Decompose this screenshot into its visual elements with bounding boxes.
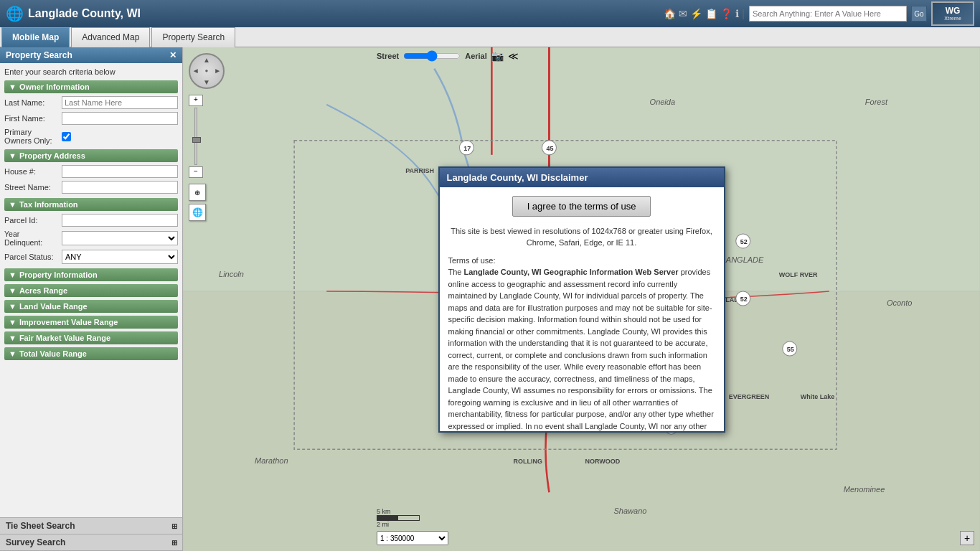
primary-owners-row: PrimaryOwners Only:	[4, 128, 178, 145]
left-panel: Property Search ✕ Enter your search crit…	[0, 47, 183, 551]
help-icon[interactable]: ❓	[720, 8, 732, 19]
owner-info-header[interactable]: ▼ Owner Information	[4, 80, 178, 93]
terms-title: Terms of use:	[448, 255, 715, 267]
parcel-status-row: Parcel Status: ANY	[4, 250, 178, 264]
land-value-header[interactable]: ▼ Land Value Range	[4, 300, 178, 313]
map-area[interactable]: Oneida Forest Lincoln LANGLADE Oconto Ma…	[183, 47, 980, 551]
panel-content: Enter your search criteria below ▼ Owner…	[0, 63, 182, 525]
header: 🌐 Langlade County, WI 🏠 ✉ ⚡ 📋 ❓ ℹ | Go W…	[0, 0, 980, 27]
tax-arrow-icon: ▼	[9, 200, 17, 209]
panel-header: Property Search ✕	[0, 47, 182, 63]
tabs-row: Mobile Map Advanced Map Property Search	[0, 27, 980, 47]
header-icons: 🏠 ✉ ⚡ 📋 ❓ ℹ |	[664, 8, 745, 19]
search-hint: Enter your search criteria below	[4, 67, 178, 76]
app-title: 🌐 Langlade County, WI	[6, 5, 141, 22]
terms-body: The Langlade County, WI Geographic Infor…	[448, 266, 715, 431]
mail-icon[interactable]: ✉	[679, 8, 687, 19]
tie-sheet-icon: ⊞	[171, 522, 177, 530]
house-number-input[interactable]	[62, 165, 178, 178]
panel-close-icon[interactable]: ✕	[169, 50, 176, 60]
modal-overlay: Langlade County, WI Disclaimer I agree t…	[183, 47, 980, 551]
year-delinquent-row: YearDelinquent:	[4, 230, 178, 247]
fair-arrow-icon: ▼	[9, 334, 17, 342]
parcel-id-row: Parcel Id:	[4, 214, 178, 227]
separator-icon: |	[742, 8, 745, 19]
property-address-header[interactable]: ▼ Property Address	[4, 149, 178, 162]
survey-icon: ⊞	[171, 539, 177, 547]
last-name-row: Last Name:	[4, 96, 178, 109]
fair-market-header[interactable]: ▼ Fair Market Value Range	[4, 331, 178, 344]
home-icon[interactable]: 🏠	[664, 8, 676, 19]
tab-advanced-map[interactable]: Advanced Map	[71, 27, 150, 47]
header-right: 🏠 ✉ ⚡ 📋 ❓ ℹ | Go WG Xtreme	[664, 1, 974, 26]
address-arrow-icon: ▼	[9, 151, 17, 160]
doc-icon[interactable]: 📋	[705, 8, 717, 19]
owner-arrow-icon: ▼	[9, 83, 17, 91]
globe-icon: 🌐	[6, 5, 24, 22]
global-search-input[interactable]	[749, 6, 907, 22]
first-name-row: First Name:	[4, 112, 178, 125]
wg-logo: WG Xtreme	[931, 1, 974, 26]
total-value-header[interactable]: ▼ Total Value Range	[4, 347, 178, 360]
acres-range-header[interactable]: ▼ Acres Range	[4, 284, 178, 297]
view-info-text: This site is best viewed in resolutions …	[448, 225, 715, 249]
acres-arrow-icon: ▼	[9, 286, 17, 295]
primary-owners-checkbox[interactable]	[62, 132, 71, 141]
last-name-input[interactable]	[62, 96, 178, 109]
survey-search-item[interactable]: Survey Search ⊞	[0, 534, 183, 551]
disclaimer-modal: Langlade County, WI Disclaimer I agree t…	[438, 166, 725, 433]
modal-body: I agree to the terms of use This site is…	[440, 187, 724, 431]
tax-info-section: ▼ Tax Information Parcel Id: YearDelinqu…	[4, 198, 178, 264]
modal-header: Langlade County, WI Disclaimer	[440, 168, 724, 187]
street-name-input[interactable]	[62, 181, 178, 194]
parcel-id-input[interactable]	[62, 214, 178, 227]
bottom-bar: Tie Sheet Search ⊞ Survey Search ⊞	[0, 517, 183, 551]
improvement-value-header[interactable]: ▼ Improvement Value Range	[4, 316, 178, 329]
impr-arrow-icon: ▼	[9, 318, 17, 326]
main-content: Property Search ✕ Enter your search crit…	[0, 47, 980, 551]
house-number-row: House #:	[4, 165, 178, 178]
tax-info-header[interactable]: ▼ Tax Information	[4, 198, 178, 211]
agree-button[interactable]: I agree to the terms of use	[512, 196, 651, 217]
owner-info-section: ▼ Owner Information Last Name: First Nam…	[4, 80, 178, 145]
year-delinquent-select[interactable]	[62, 231, 178, 245]
street-name-row: Street Name:	[4, 181, 178, 194]
info-icon[interactable]: ℹ	[735, 8, 739, 19]
land-arrow-icon: ▼	[9, 302, 17, 311]
total-arrow-icon: ▼	[9, 349, 17, 358]
parcel-status-select[interactable]: ANY	[62, 250, 178, 264]
lightning-icon[interactable]: ⚡	[690, 8, 702, 19]
first-name-input[interactable]	[62, 112, 178, 125]
tie-sheet-search-item[interactable]: Tie Sheet Search ⊞	[0, 518, 183, 534]
tab-property-search[interactable]: Property Search	[151, 27, 235, 47]
property-info-header[interactable]: ▼ Property Information	[4, 268, 178, 281]
property-address-section: ▼ Property Address House #: Street Name:	[4, 149, 178, 194]
search-go-button[interactable]: Go	[911, 6, 927, 22]
tab-mobile-map[interactable]: Mobile Map	[1, 27, 70, 47]
propinfo-arrow-icon: ▼	[9, 270, 17, 279]
